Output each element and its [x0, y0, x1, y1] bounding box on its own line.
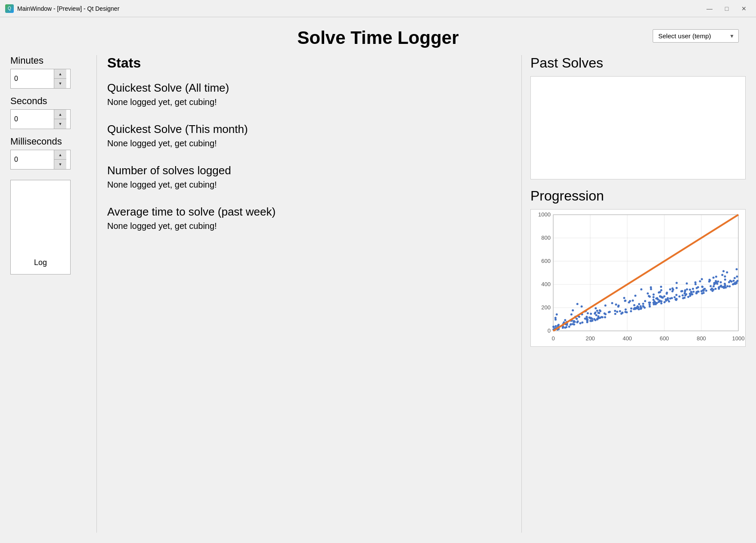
stat-heading-2: Number of solves logged: [107, 164, 511, 177]
title-bar-controls: — □ ✕: [703, 3, 751, 14]
millis-input[interactable]: [11, 150, 54, 169]
minutes-group: Minutes ▲ ▼: [10, 55, 88, 89]
stat-block-2: Number of solves logged None logged yet,…: [107, 164, 511, 190]
millis-spinner: ▲ ▼: [10, 150, 71, 170]
stat-heading-0: Quickest Solve (All time): [107, 81, 511, 95]
millis-increment[interactable]: ▲: [54, 150, 66, 160]
progression-chart-container: [530, 209, 746, 347]
stat-value-3: None logged yet, get cubing!: [107, 221, 511, 231]
app-icon: Q: [5, 4, 14, 13]
minutes-spinner-buttons: ▲ ▼: [54, 69, 66, 88]
title-bar-left: Q MainWindow - [Preview] - Qt Designer: [5, 4, 119, 13]
stat-value-1: None logged yet, get cubing!: [107, 139, 511, 148]
stat-heading-1: Quickest Solve (This month): [107, 123, 511, 136]
minimize-button[interactable]: —: [703, 3, 716, 14]
user-select-container: Select user (temp) ▼: [653, 29, 739, 43]
log-button[interactable]: Log: [34, 258, 47, 267]
minutes-label: Minutes: [10, 55, 88, 66]
left-panel: Minutes ▲ ▼ Seconds ▲ ▼: [10, 55, 96, 533]
app-title: Solve Time Logger: [0, 28, 756, 48]
stats-title: Stats: [107, 55, 511, 71]
seconds-spinner-buttons: ▲ ▼: [54, 110, 66, 129]
title-bar: Q MainWindow - [Preview] - Qt Designer —…: [0, 0, 756, 17]
stat-block-3: Average time to solve (past week) None l…: [107, 205, 511, 231]
middle-panel: Stats Quickest Solve (All time) None log…: [96, 55, 522, 533]
minutes-spinner: ▲ ▼: [10, 69, 71, 89]
seconds-decrement[interactable]: ▼: [54, 119, 66, 129]
past-solves-chart: [530, 76, 746, 179]
right-panel: Past Solves Progression: [522, 55, 746, 533]
stat-block-1: Quickest Solve (This month) None logged …: [107, 123, 511, 148]
stat-value-2: None logged yet, get cubing!: [107, 180, 511, 190]
millis-group: Milliseconds ▲ ▼: [10, 136, 88, 170]
stat-value-0: None logged yet, get cubing!: [107, 97, 511, 107]
seconds-input[interactable]: [11, 110, 54, 129]
app-header: Solve Time Logger Select user (temp) ▼: [0, 17, 756, 55]
seconds-group: Seconds ▲ ▼: [10, 96, 88, 129]
minutes-input[interactable]: [11, 69, 54, 88]
seconds-spinner: ▲ ▼: [10, 109, 71, 129]
seconds-increment[interactable]: ▲: [54, 110, 66, 119]
maximize-button[interactable]: □: [720, 3, 734, 14]
millis-decrement[interactable]: ▼: [54, 160, 66, 169]
close-button[interactable]: ✕: [737, 3, 751, 14]
app-container: Solve Time Logger Select user (temp) ▼ M…: [0, 17, 756, 543]
user-select[interactable]: Select user (temp): [653, 29, 739, 43]
seconds-label: Seconds: [10, 96, 88, 107]
millis-spinner-buttons: ▲ ▼: [54, 150, 66, 169]
stat-block-0: Quickest Solve (All time) None logged ye…: [107, 81, 511, 107]
user-select-wrapper: Select user (temp) ▼: [653, 29, 739, 43]
main-content: Minutes ▲ ▼ Seconds ▲ ▼: [0, 55, 756, 543]
progression-title: Progression: [530, 188, 746, 204]
title-bar-title: MainWindow - [Preview] - Qt Designer: [17, 5, 119, 12]
log-button-container: Log: [10, 180, 71, 275]
minutes-increment[interactable]: ▲: [54, 69, 66, 79]
millis-label: Milliseconds: [10, 136, 88, 147]
progression-canvas: [531, 210, 745, 346]
minutes-decrement[interactable]: ▼: [54, 79, 66, 88]
stat-heading-3: Average time to solve (past week): [107, 205, 511, 219]
past-solves-title: Past Solves: [530, 55, 746, 71]
